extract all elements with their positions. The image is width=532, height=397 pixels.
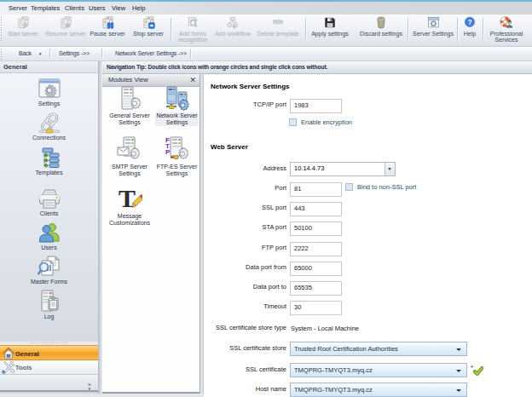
svg-text:T: T: [119, 186, 136, 212]
svg-text:?: ?: [467, 19, 471, 26]
svg-text:P: P: [165, 148, 171, 156]
